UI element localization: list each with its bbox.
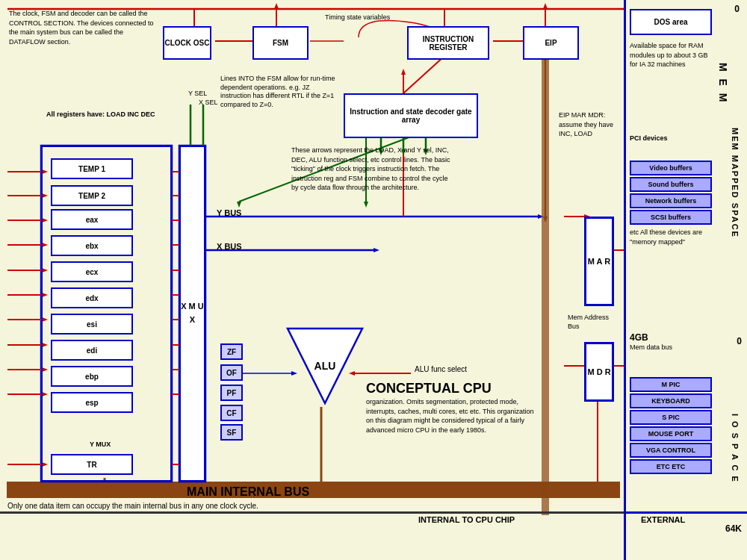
main-bus-label: MAIN INTERNAL BUS <box>187 485 309 499</box>
mdr-box: M D R <box>584 342 614 402</box>
bottom-border <box>0 511 624 514</box>
svg-marker-58 <box>274 3 279 9</box>
esp-register: esp <box>51 392 133 413</box>
x-bus-label: X BUS <box>217 241 242 252</box>
mouse-port-box: MOUSE PORT <box>630 426 712 441</box>
tr-register: TR <box>51 454 133 475</box>
4gb-label: 4GB <box>630 332 648 343</box>
io-space-label: I O S P A C E <box>728 358 742 538</box>
keyboard-box: KEYBOARD <box>630 393 712 408</box>
svg-line-89 <box>403 56 444 93</box>
mem-data-bus-label: Mem data bus <box>630 343 704 352</box>
esi-register: esi <box>51 314 133 335</box>
s-pic-box: S PIC <box>630 410 712 425</box>
conceptual-cpu-title: CONCEPTUAL CPU <box>366 381 492 396</box>
temp1-register: TEMP 1 <box>51 158 133 179</box>
64k-label: 64K <box>725 523 742 534</box>
x-sel-label: X SEL <box>199 99 218 108</box>
vga-control-box: VGA CONTROL <box>630 443 712 458</box>
control-section-note: The clock, FSM and decoder can be called… <box>9 9 158 46</box>
eip-box: EIP <box>523 26 579 60</box>
y-mux-label: Y MUX <box>90 441 111 449</box>
ebx-register: ebx <box>51 235 133 256</box>
etc-note: etc All these devices are "memory mapped… <box>630 228 716 246</box>
fsm-box: FSM <box>252 26 309 60</box>
y-bus-label: Y BUS <box>217 208 241 218</box>
cf-flag: CF <box>220 405 243 421</box>
timing-vars-label: Timing state variables <box>325 13 400 22</box>
etc-etc-box: ETC ETC <box>630 459 712 474</box>
zf-flag: ZF <box>220 343 243 360</box>
memory-section: 0 DOS area M E M Available space for RAM… <box>624 0 743 560</box>
sf-flag: SF <box>220 424 243 441</box>
external-label: EXTERNAL <box>641 515 685 524</box>
eax-register: eax <box>51 209 133 230</box>
scsi-buffers-box: SCSI buffers <box>630 210 712 225</box>
mar-box: M A R <box>584 217 614 306</box>
eip-mar-note: EIP MAR MDR: assume they have INC, LOAD <box>559 111 626 139</box>
bus-note: Only one data item can occupy the main i… <box>7 502 258 510</box>
svg-marker-51 <box>374 248 379 252</box>
ram-note: Available space for RAM modules up to ab… <box>630 41 712 69</box>
mar-note: Mem AddressBus <box>568 314 609 331</box>
registers-note: All registers have: LOAD INC DEC <box>46 111 155 119</box>
temp2-register: TEMP 2 <box>51 185 133 206</box>
svg-marker-54 <box>401 69 406 75</box>
of-flag: OF <box>220 364 243 381</box>
bottom-border-right <box>624 511 747 514</box>
mux-box: X M U X <box>179 146 205 482</box>
cpu-diagram: The clock, FSM and decoder can be called… <box>0 0 747 560</box>
svg-marker-76 <box>319 482 323 488</box>
alu-func-label: ALU func select <box>415 364 467 374</box>
edi-register: edi <box>51 340 133 361</box>
conceptual-desc: organization. Omits segmentation, protec… <box>366 397 538 435</box>
zero-mid-label: 0 <box>737 336 742 346</box>
fsm-note: Lines INTO the FSM allow for run-time de… <box>220 75 340 110</box>
alu-shape: ALU <box>284 321 366 418</box>
arrows-note: These arrows represent the LOAD, X and Y… <box>291 146 452 193</box>
pf-flag: PF <box>220 385 243 401</box>
svg-text:ALU: ALU <box>314 360 336 372</box>
main-bus-bar <box>7 482 620 498</box>
sound-buffers-box: Sound buffers <box>630 177 712 192</box>
edx-register: edx <box>51 287 133 308</box>
m-pic-box: M PIC <box>630 377 712 392</box>
svg-marker-63 <box>543 217 548 223</box>
dos-area-box: DOS area <box>630 9 712 35</box>
decoder-box: Instruction and state decoder gate array <box>344 93 478 138</box>
zero-label: 0 <box>734 4 740 14</box>
clock-box: CLOCK OSC <box>163 26 211 60</box>
svg-marker-65 <box>543 3 548 9</box>
svg-marker-95 <box>237 202 241 208</box>
network-buffers-box: Network buffers <box>630 193 712 208</box>
instruction-register-box: INSTRUCTION REGISTER <box>407 26 489 60</box>
svg-marker-48 <box>538 214 544 219</box>
video-buffers-box: Video buffers <box>630 161 712 175</box>
ebp-register: ebp <box>51 366 133 387</box>
pci-label: PCI devices <box>630 134 668 143</box>
mem-mapped-label: MEM MAPPED SPACE <box>728 37 742 329</box>
ecx-register: ecx <box>51 261 133 282</box>
svg-marker-93 <box>364 202 368 208</box>
internal-label: INTERNAL TO CPU CHIP <box>418 515 515 524</box>
svg-rect-91 <box>542 56 549 515</box>
y-sel-label: Y SEL <box>188 90 207 99</box>
